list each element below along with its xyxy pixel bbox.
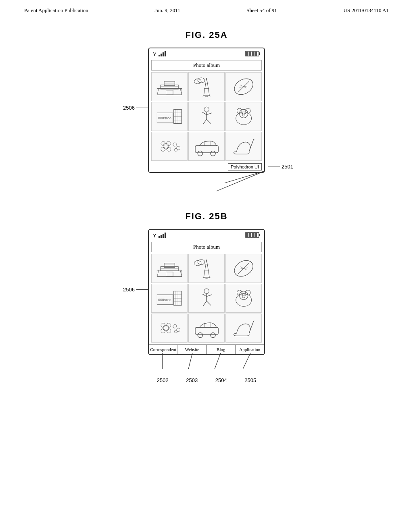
svg-rect-81 (254, 233, 257, 237)
photo-temple-icon-b (155, 257, 184, 280)
status-bar-25b: Y (149, 230, 264, 242)
svg-line-16 (180, 88, 181, 95)
signal-icon-25a: Y (153, 50, 166, 57)
photo-cell-6b (225, 284, 262, 313)
svg-rect-7 (259, 52, 260, 55)
photo-heel-icon (229, 135, 258, 158)
photo-flower-icon-b (155, 317, 184, 339)
svg-rect-77 (259, 234, 260, 236)
svg-line-44 (206, 119, 211, 124)
photo-heel-icon-b (229, 317, 258, 339)
header-left: Patent Application Publication (24, 7, 88, 14)
status-bar-25a: Y (149, 48, 264, 60)
svg-rect-9 (249, 52, 251, 56)
battery-icon-25a (245, 50, 260, 57)
page-header: Patent Application Publication Jun. 9, 2… (0, 0, 413, 18)
svg-line-15 (157, 88, 159, 95)
header-right: US 2011/0134110 A1 (344, 7, 389, 14)
bottom-labels: 2502 2503 2504 2505 (148, 377, 265, 383)
signal-25a: Y (153, 50, 166, 58)
svg-line-29 (239, 86, 248, 87)
photo-cell-1b (151, 254, 188, 283)
svg-point-121 (242, 296, 245, 298)
fig-25a-title: FIG. 25A (185, 30, 227, 40)
polyhedron-area-25a: Polyhedron UI (149, 162, 264, 172)
svg-point-119 (242, 294, 243, 296)
svg-rect-4 (163, 52, 164, 56)
svg-text:000: 000 (158, 298, 164, 302)
photo-cell-2a (188, 72, 225, 101)
photo-cell-1a (151, 72, 188, 101)
tab-bar-25b: Correspondent Website Blog Application (149, 344, 264, 354)
photo-grid-25b: 000 $000 (151, 254, 262, 343)
photo-cell-2b (188, 254, 225, 283)
photo-cell-8a (188, 132, 225, 161)
svg-rect-5 (165, 51, 166, 56)
photo-cell-3a (225, 72, 262, 101)
svg-line-139 (215, 353, 221, 369)
photo-eiffel-icon (192, 75, 221, 98)
phone-mockup-25a: Y (148, 48, 265, 173)
svg-point-45 (236, 112, 252, 125)
arrow-lines-25b (148, 353, 265, 375)
fig-25b-title: FIG. 25B (185, 211, 227, 222)
photo-cell-3b (225, 254, 262, 283)
svg-point-126 (167, 329, 171, 333)
svg-point-131 (198, 332, 202, 337)
svg-point-57 (173, 143, 177, 146)
svg-rect-11 (254, 52, 257, 56)
svg-line-86 (180, 270, 181, 276)
photo-cell-4a: 000 $000 (151, 102, 188, 131)
svg-rect-72 (159, 236, 160, 238)
header-center: Jun. 9, 2011 (155, 7, 180, 14)
tab-correspondent[interactable]: Correspondent (149, 345, 178, 354)
svg-line-114 (206, 301, 211, 305)
svg-point-123 (161, 323, 165, 328)
svg-text:$000: $000 (164, 116, 171, 120)
photo-album-bar-25b: Photo album (151, 242, 262, 252)
svg-rect-73 (161, 235, 162, 238)
svg-point-62 (211, 151, 215, 156)
svg-line-41 (202, 112, 206, 114)
photo-eiffel-icon-b (192, 257, 221, 280)
photo-cell-6a (225, 102, 262, 131)
svg-point-132 (211, 332, 215, 337)
label-2503: 2503 (186, 377, 198, 383)
tab-blog[interactable]: Blog (206, 345, 236, 354)
svg-rect-79 (249, 233, 251, 237)
svg-rect-87 (166, 272, 173, 276)
header-sheet: Sheet 54 of 91 (246, 7, 277, 14)
svg-line-135 (249, 321, 253, 333)
svg-line-68 (217, 171, 265, 191)
svg-rect-8 (246, 52, 248, 56)
svg-point-49 (242, 112, 243, 114)
svg-point-120 (244, 294, 246, 296)
svg-point-39 (204, 107, 209, 112)
photo-bear-icon (229, 105, 258, 128)
photo-grid-25a: 000 $000 (151, 72, 262, 161)
svg-rect-82 (157, 270, 182, 276)
photo-dancer-icon (192, 105, 221, 128)
svg-point-109 (204, 289, 209, 293)
tab-website[interactable]: Website (178, 345, 207, 354)
fig-25a-section: FIG. 25A 2506 Y (0, 30, 413, 199)
phone-mockup-25b: Y (148, 229, 265, 355)
photo-cell-5b (188, 284, 225, 313)
svg-point-61 (198, 151, 202, 156)
photo-leaf-icon-b (229, 257, 258, 280)
label-2502: 2502 (157, 377, 169, 383)
svg-rect-80 (252, 233, 254, 237)
svg-point-51 (242, 114, 245, 116)
svg-rect-12 (157, 88, 182, 95)
svg-point-125 (161, 329, 165, 333)
svg-point-59 (174, 148, 177, 151)
label-2504: 2504 (215, 377, 227, 383)
svg-line-42 (206, 113, 212, 114)
photo-cell-7b (151, 314, 188, 343)
svg-line-112 (206, 295, 212, 296)
svg-text:000: 000 (158, 116, 164, 120)
photo-cell-4b: 000 $000 (151, 284, 188, 313)
svg-point-116 (239, 291, 248, 299)
battery-25b (245, 232, 260, 240)
tab-application[interactable]: Application (236, 345, 265, 354)
